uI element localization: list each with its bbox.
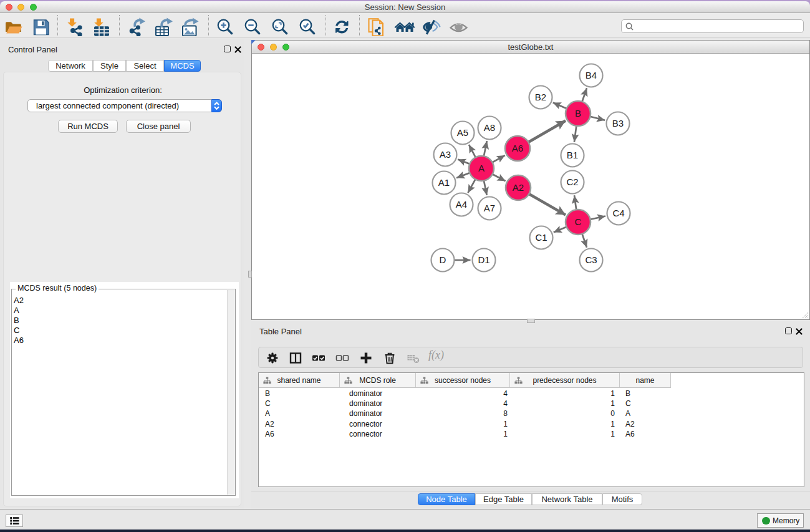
svg-text:B3: B3	[612, 118, 624, 128]
svg-text:D: D	[440, 254, 446, 265]
svg-text:B: B	[575, 108, 581, 118]
svg-text:C4: C4	[612, 208, 624, 218]
svg-text:A8: A8	[484, 122, 495, 133]
svg-text:B4: B4	[586, 70, 597, 80]
svg-text:C: C	[575, 216, 582, 227]
svg-text:B1: B1	[567, 150, 578, 160]
svg-text:A2: A2	[513, 182, 524, 193]
svg-text:A3: A3	[440, 149, 451, 160]
svg-text:A1: A1	[438, 177, 450, 188]
svg-text:C2: C2	[566, 177, 578, 187]
svg-text:A6: A6	[512, 143, 523, 153]
svg-text:C1: C1	[535, 232, 547, 243]
svg-text:A4: A4	[456, 199, 467, 210]
svg-text:A: A	[478, 163, 485, 173]
svg-text:D1: D1	[478, 254, 489, 265]
svg-text:B2: B2	[535, 92, 546, 102]
svg-text:C3: C3	[585, 254, 597, 265]
svg-text:A5: A5	[457, 127, 468, 138]
svg-text:A7: A7	[484, 203, 495, 213]
